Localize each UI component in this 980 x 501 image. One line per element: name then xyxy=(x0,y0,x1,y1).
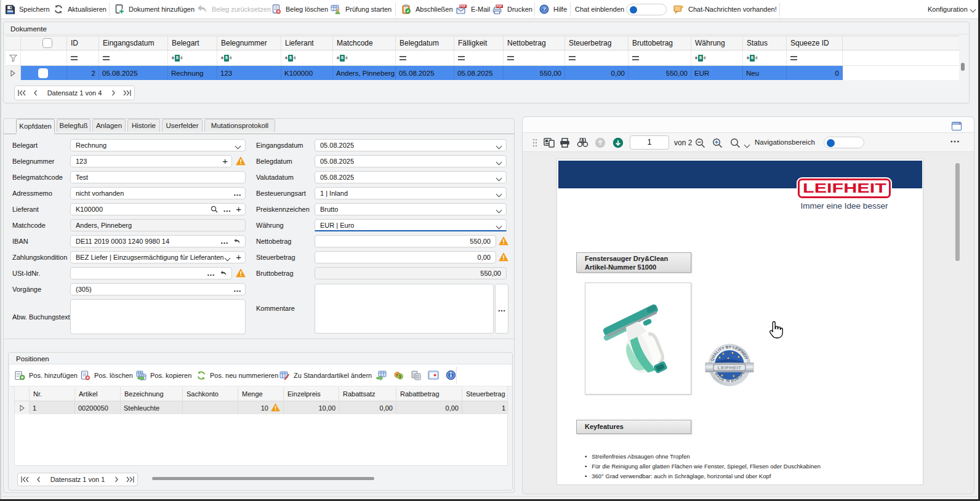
svg-text:PDF: PDF xyxy=(497,4,502,7)
svg-text:PDF: PDF xyxy=(460,4,466,7)
svg-text:LEIFHEIT: LEIFHEIT xyxy=(803,181,886,196)
svg-text:?: ? xyxy=(542,6,546,12)
svg-text:$: $ xyxy=(399,374,401,379)
svg-text:LEIFHEIT: LEIFHEIT xyxy=(718,365,742,371)
